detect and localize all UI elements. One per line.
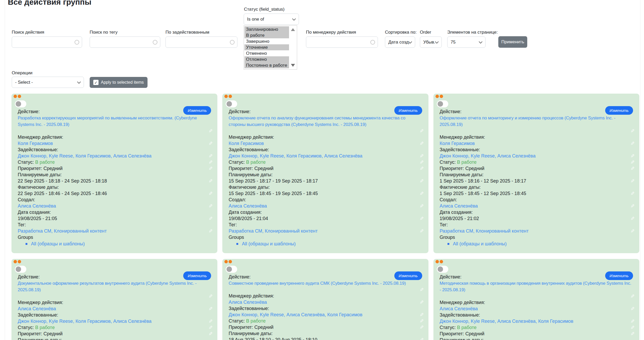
pencil-icon[interactable]: ✎ [630, 203, 635, 209]
pencil-icon[interactable]: ✎ [208, 191, 213, 197]
pencil-icon[interactable]: ✎ [420, 128, 424, 134]
status-option[interactable]: Уточнение [244, 44, 289, 50]
select-item-toggle[interactable] [15, 266, 26, 273]
involved-links[interactable]: Джон Коннор, Kyle Reese, Алиса Селезнёва [440, 153, 536, 159]
pencil-icon[interactable]: ✎ [630, 128, 635, 134]
pencil-icon[interactable]: ✎ [208, 141, 213, 147]
involved-links[interactable]: Джон Коннор, Kyle Reese, Алиса Селезнёва… [440, 319, 573, 324]
select-item-toggle[interactable] [15, 100, 26, 107]
pencil-icon[interactable]: ✎ [420, 337, 424, 340]
manager-link[interactable]: Алиса Селезнёва [18, 306, 56, 311]
pencil-icon[interactable]: ✎ [208, 166, 213, 172]
group-link[interactable]: All (образцы и шаблоны) [31, 241, 85, 246]
per-page-select[interactable]: 75 [447, 37, 486, 48]
pencil-icon[interactable]: ✎ [420, 141, 424, 147]
action-title-link[interactable]: Документальное оформление результатов вн… [18, 281, 197, 292]
operations-select[interactable]: - Select - [12, 77, 84, 88]
select-item-toggle[interactable] [437, 100, 448, 107]
pencil-icon[interactable]: ✎ [208, 153, 213, 159]
involved-links[interactable]: Джон Коннор, Kyle Reese, Коля Герасимов,… [18, 319, 151, 324]
manager-link[interactable]: Алиса Селезнёва [229, 300, 267, 305]
pencil-icon[interactable]: ✎ [420, 318, 424, 324]
status-option[interactable]: Завершено [244, 38, 289, 44]
involved-links[interactable]: Джон Коннор, Kyle Reese, Алиса Селезнёва… [229, 312, 362, 317]
pencil-icon[interactable]: ✎ [208, 293, 213, 300]
select-item-toggle[interactable] [437, 266, 448, 273]
created-by-link[interactable]: Алиса Селезнёва [440, 203, 478, 209]
pencil-icon[interactable]: ✎ [630, 228, 635, 234]
select-item-toggle[interactable] [226, 266, 237, 273]
pencil-icon[interactable]: ✎ [420, 166, 424, 172]
pencil-icon[interactable]: ✎ [208, 325, 213, 331]
by-manager-input[interactable] [306, 37, 378, 48]
pencil-icon[interactable]: ✎ [208, 128, 213, 134]
pencil-icon[interactable]: ✎ [630, 331, 635, 337]
status-option[interactable]: Отменено [244, 50, 289, 56]
group-link[interactable]: All (образцы и шаблоны) [453, 241, 507, 246]
status-operator-select[interactable]: Is one of [244, 14, 299, 25]
select-item-toggle[interactable] [226, 100, 237, 107]
involved-links[interactable]: Джон Коннор, Kyle Reese, Коля Герасимов,… [229, 153, 362, 159]
apply-filters-button[interactable]: Применить [498, 36, 527, 48]
tag-links[interactable]: Разработка СМ, Клонированный контент [18, 228, 107, 234]
action-title-link[interactable]: Оформление отчета по анализу функциониро… [229, 116, 405, 127]
status-listbox[interactable]: ЗапланированоВ работеЗавершеноУточнениеО… [244, 25, 297, 70]
pencil-icon[interactable]: ✎ [420, 216, 424, 222]
pencil-icon[interactable]: ✎ [630, 191, 635, 197]
pencil-icon[interactable]: ✎ [420, 299, 424, 306]
pencil-icon[interactable]: ✎ [208, 331, 213, 337]
action-title-link[interactable]: Совместное проведение внутреннего аудита… [229, 281, 406, 286]
status-option[interactable]: Отложено [244, 56, 289, 62]
pencil-icon[interactable]: ✎ [420, 178, 424, 184]
pencil-icon[interactable]: ✎ [420, 287, 424, 293]
group-link[interactable]: All (образцы и шаблоны) [242, 241, 296, 246]
search-tag-input[interactable] [90, 37, 160, 48]
tag-links[interactable]: Разработка СМ, Клонированный контент [440, 228, 529, 234]
status-option[interactable]: Запланировано [244, 26, 289, 32]
pencil-icon[interactable]: ✎ [630, 141, 635, 147]
sort-by-select[interactable]: Дата созд. [385, 37, 415, 48]
pencil-icon[interactable]: ✎ [208, 178, 213, 184]
pencil-icon[interactable]: ✎ [420, 191, 424, 197]
status-option[interactable]: Постоянно в работе [244, 62, 289, 68]
manager-link[interactable]: Коля Герасимов [18, 141, 53, 146]
pencil-icon[interactable]: ✎ [420, 159, 424, 166]
scroll-up-arrow-icon[interactable] [291, 28, 295, 31]
pencil-icon[interactable]: ✎ [208, 306, 213, 312]
pencil-icon[interactable]: ✎ [420, 312, 424, 318]
order-select[interactable]: Убыв. [420, 37, 442, 48]
pencil-icon[interactable]: ✎ [208, 203, 213, 209]
pencil-icon[interactable]: ✎ [420, 228, 424, 234]
pencil-icon[interactable]: ✎ [208, 216, 213, 222]
created-by-link[interactable]: Алиса Селезнёва [229, 203, 267, 209]
pencil-icon[interactable]: ✎ [420, 203, 424, 209]
manager-link[interactable]: Коля Герасимов [229, 141, 264, 146]
pencil-icon[interactable]: ✎ [420, 324, 424, 331]
pencil-icon[interactable]: ✎ [630, 159, 635, 166]
pencil-icon[interactable]: ✎ [630, 166, 635, 172]
scroll-down-arrow-icon[interactable] [291, 64, 295, 67]
apply-to-selected-button[interactable]: ✓ Apply to selected items [90, 77, 148, 88]
search-action-input[interactable] [12, 37, 82, 48]
pencil-icon[interactable]: ✎ [208, 228, 213, 234]
action-title-link[interactable]: Разработка корректирующих мероприятий по… [18, 116, 197, 127]
involved-links[interactable]: Джон Коннор, Kyle Reese, Коля Герасимов,… [18, 153, 151, 159]
pencil-icon[interactable]: ✎ [630, 293, 635, 300]
pencil-icon[interactable]: ✎ [420, 153, 424, 159]
pencil-icon[interactable]: ✎ [630, 325, 635, 331]
pencil-icon[interactable]: ✎ [630, 153, 635, 159]
by-involved-input[interactable] [165, 37, 237, 48]
pencil-icon[interactable]: ✎ [630, 318, 635, 325]
created-by-link[interactable]: Алиса Селезнёва [18, 203, 56, 209]
manager-link[interactable]: Алиса Селезнёва [440, 306, 478, 311]
pencil-icon[interactable]: ✎ [208, 318, 213, 325]
action-title-link[interactable]: Методическая помощь в организации провед… [440, 281, 631, 292]
pencil-icon[interactable]: ✎ [630, 306, 635, 312]
pencil-icon[interactable]: ✎ [208, 159, 213, 166]
pencil-icon[interactable]: ✎ [630, 216, 635, 222]
tag-links[interactable]: Разработка СМ, Клонированный контент [229, 228, 317, 234]
manager-link[interactable]: Коля Герасимов [440, 141, 475, 146]
status-option[interactable]: В работе [244, 32, 289, 38]
action-title-link[interactable]: Оформление отчета по мониторингу и измер… [440, 116, 616, 127]
pencil-icon[interactable]: ✎ [630, 178, 635, 184]
